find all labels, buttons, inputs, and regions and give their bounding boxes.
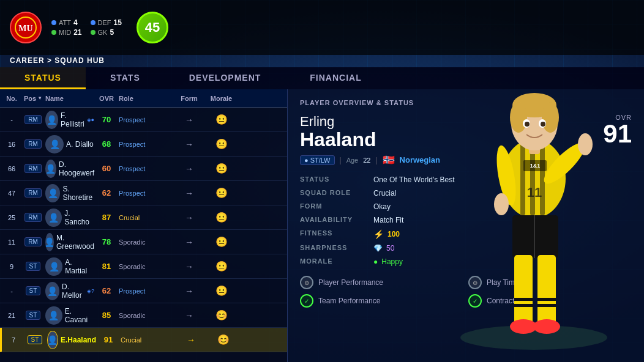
table-row[interactable]: 47 RM 👤 S. Shoretire 62 Prospect → 😐: [0, 181, 287, 205]
row-pos: RM: [21, 115, 45, 124]
player-avatar: 👤: [45, 111, 58, 129]
player-avatar: 👤: [45, 209, 62, 227]
player-name: S. Shoretire: [62, 185, 94, 202]
row-morale: 😐: [204, 187, 238, 199]
row-morale: 😐: [204, 163, 238, 174]
row-no: 16: [2, 141, 21, 148]
form-label: FORM: [300, 202, 373, 211]
squad-role-label: SQUAD ROLE: [300, 189, 373, 198]
player-icon: ◈?: [87, 288, 94, 294]
att-label: ATT: [59, 19, 71, 26]
badge-label-play-time: Play Time: [487, 278, 519, 287]
age-value: 22: [363, 157, 370, 164]
panel-title: PLAYER OVERVIEW & STATUS: [300, 99, 632, 106]
row-form: →: [174, 237, 204, 247]
table-row-selected[interactable]: 7 ST 👤 E.Haaland 91 Crucial → 😊: [0, 328, 287, 352]
row-role: Prospect: [119, 190, 174, 197]
row-form: →: [174, 188, 204, 198]
row-ovr: 91: [96, 335, 121, 344]
tab-status[interactable]: STATUS: [0, 67, 86, 89]
table-row[interactable]: 11 RM 👤 M. Greenwood 78 Sporadic → 😐: [0, 230, 287, 254]
row-name-cell: 👤 A. Diallo: [45, 135, 94, 153]
row-no: 47: [2, 190, 21, 197]
row-name-cell: 👤 A. Martial: [45, 257, 94, 276]
row-pos: ST: [21, 311, 45, 320]
tab-development[interactable]: DEVELOPMENT: [165, 67, 286, 89]
th-pos[interactable]: Pos ▼: [21, 89, 45, 107]
player-avatar: 👤: [45, 135, 64, 153]
fitness-label: FITNESS: [300, 229, 373, 239]
sharpness-value: 💎 50: [373, 244, 632, 253]
fitness-value: ⚡ 100: [373, 229, 632, 239]
availability-label: AVAILABILITY: [300, 216, 373, 224]
tab-stats[interactable]: STATS: [86, 67, 165, 89]
table-row[interactable]: 16 RM 👤 A. Diallo 68 Prospect → 😐: [0, 132, 287, 157]
form-value: Okay: [373, 202, 632, 211]
row-role: Prospect: [119, 165, 174, 172]
table-row[interactable]: 66 RM 👤 D. Hoogewerf 60 Prospect → 😐: [0, 157, 287, 181]
player-name: D. Hoogewerf: [59, 160, 94, 177]
th-ovr: OVR: [94, 89, 119, 107]
row-role: Crucial: [119, 214, 174, 221]
status-value: One Of The World's Best: [373, 175, 632, 184]
svg-text:MU: MU: [18, 24, 32, 33]
row-pos: RM: [21, 213, 45, 222]
row-no: 25: [2, 214, 21, 221]
row-pos: ST: [21, 286, 45, 295]
row-role: Sporadic: [119, 263, 174, 270]
row-pos: ST: [23, 335, 47, 344]
row-form: →: [174, 286, 204, 296]
row-pos: ST: [21, 262, 45, 271]
gk-label: GK: [98, 29, 108, 36]
top-bar: MU ATT 4 DEF 15 MID 21 GK 5 45: [0, 0, 644, 55]
badge-play-time: ⊖ Play Time: [468, 276, 632, 289]
player-avatar: 👤: [45, 257, 62, 276]
row-ovr: 62: [94, 286, 119, 295]
player-name: E.Haaland: [61, 336, 96, 344]
att-dot: [51, 20, 56, 25]
player-avatar: 👤: [45, 282, 59, 300]
row-morale: 😊: [204, 309, 238, 321]
tab-bar: STATUS STATS DEVELOPMENT FINANCIAL: [0, 67, 644, 89]
table-row[interactable]: 21 ST 👤 E. Cavani 85 Sporadic → 😊: [0, 303, 287, 328]
player-avatar: 👤: [45, 184, 60, 202]
player-overview-panel: PLAYER OVERVIEW & STATUS Erling Haaland …: [288, 89, 644, 362]
th-no: No.: [2, 89, 21, 107]
player-list: No. Pos ▼ Name OVR Role Form Morale - RM…: [0, 89, 288, 362]
row-form: →: [174, 164, 204, 174]
table-row[interactable]: 25 RM 👤 J. Sancho 87 Crucial → 😐: [0, 205, 287, 230]
row-ovr: 78: [94, 237, 119, 246]
player-name: D. Mellor: [62, 283, 84, 300]
squad-stats-grid: ATT 4 DEF 15 MID 21 GK 5: [51, 18, 122, 37]
table-row[interactable]: - RM 👤 F. Pellistri ◈● 70 Prospect → 😐: [0, 108, 287, 132]
row-morale: 😊: [206, 334, 240, 345]
gk-dot: [91, 30, 95, 35]
mid-stat: MID 21: [51, 28, 82, 37]
badges-section: ⊖ Player Performance ⊖ Play Time ✓ Team …: [300, 276, 632, 308]
player-avatar: 👤: [45, 306, 62, 325]
table-row[interactable]: 9 ST 👤 A. Martial 81 Sporadic → 😐: [0, 254, 287, 279]
player-header: Erling Haaland OVR 91: [300, 114, 632, 149]
row-ovr: 60: [94, 164, 119, 173]
th-morale: Morale: [204, 89, 238, 107]
badge-icon-team-performance: ✓: [300, 294, 313, 308]
player-last-name: Haaland: [300, 130, 376, 149]
row-name-cell: 👤 E.Haaland: [47, 331, 96, 349]
def-label: DEF: [98, 19, 111, 26]
position-badge: ● ST/LW: [300, 155, 335, 165]
club-logo: MU: [10, 12, 42, 43]
def-stat: DEF 15: [91, 18, 122, 27]
player-avatar: 👤: [45, 233, 54, 251]
status-label: STATUS: [300, 175, 373, 184]
row-no: -: [2, 116, 21, 124]
att-value: 4: [73, 18, 78, 27]
row-morale: 😐: [204, 260, 238, 272]
table-row[interactable]: - ST 👤 D. Mellor ◈? 62 Prospect → 😐: [0, 279, 287, 303]
row-form: →: [174, 262, 204, 272]
row-ovr: 81: [94, 262, 119, 271]
row-role: Crucial: [121, 336, 176, 344]
mid-value: 21: [73, 28, 81, 37]
row-no: 9: [2, 263, 21, 270]
row-form: →: [174, 311, 204, 320]
tab-financial[interactable]: FINANCIAL: [285, 67, 386, 89]
